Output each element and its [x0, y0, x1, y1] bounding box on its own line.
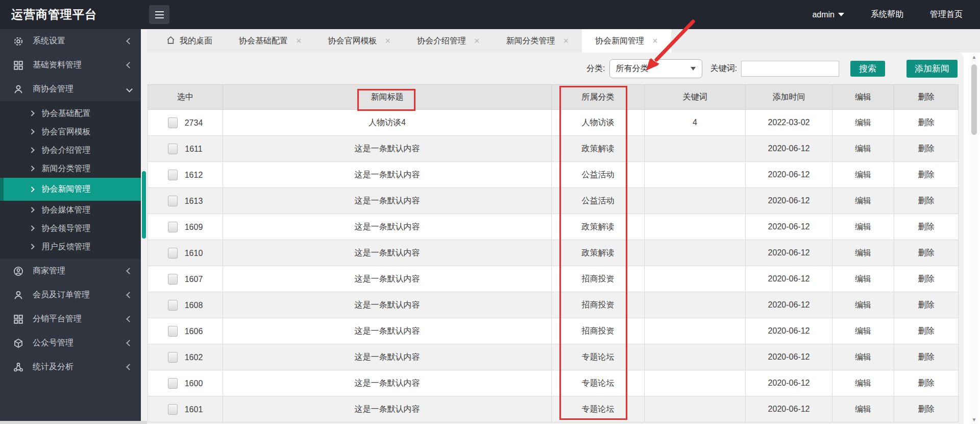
sidebar-subitem-assoc-site-template[interactable]: 协会官网模板 — [0, 123, 141, 141]
sidebar-subitem-assoc-basic-config[interactable]: 协会基础配置 — [0, 104, 141, 123]
tab-news-category-mgmt[interactable]: 新闻分类管理 × — [493, 29, 582, 53]
table-row: 1606 这是一条默认内容 招商投资 2020-06-12 编辑 删除 — [148, 318, 959, 344]
delete-link[interactable]: 删除 — [918, 352, 935, 361]
delete-link[interactable]: 删除 — [918, 300, 935, 309]
edit-link[interactable]: 编辑 — [855, 248, 871, 257]
sidebar-item-association-mgmt[interactable]: 商协会管理 — [0, 77, 141, 101]
edit-link[interactable]: 编辑 — [855, 170, 871, 179]
sidebar-item-basic-data[interactable]: 基础资料管理 — [0, 53, 141, 77]
delete-link[interactable]: 删除 — [918, 405, 935, 413]
sidebar-item-merchant-mgmt[interactable]: 商家管理 — [0, 259, 141, 283]
home-icon — [166, 36, 175, 46]
delete-link[interactable]: 删除 — [918, 196, 935, 205]
row-checkbox[interactable] — [168, 144, 178, 154]
sidebar-item-statistics[interactable]: 统计及分析 — [0, 355, 141, 379]
row-checkbox[interactable] — [168, 248, 178, 258]
close-icon[interactable]: × — [564, 36, 569, 45]
row-keyword — [645, 292, 746, 318]
sidebar-subitem-assoc-intro-mgmt[interactable]: 协会介绍管理 — [0, 141, 141, 159]
close-icon[interactable]: × — [296, 36, 302, 45]
row-category: 政策解读 — [552, 214, 645, 240]
edit-link[interactable]: 编辑 — [855, 379, 871, 387]
edit-link[interactable]: 编辑 — [855, 326, 871, 335]
delete-link[interactable]: 删除 — [918, 222, 935, 231]
tab-my-desktop[interactable]: 我的桌面 — [153, 29, 226, 53]
sidebar-toggle-button[interactable] — [149, 5, 169, 24]
edit-link[interactable]: 编辑 — [855, 274, 871, 283]
tab-assoc-intro-mgmt[interactable]: 协会介绍管理 × — [404, 29, 493, 53]
edit-link[interactable]: 编辑 — [855, 300, 871, 309]
subitem-label: 新闻分类管理 — [42, 163, 91, 174]
grid-icon — [13, 314, 23, 324]
scrollbar-thumb[interactable] — [971, 64, 977, 135]
row-checkbox[interactable] — [168, 170, 178, 180]
row-checkbox[interactable] — [168, 274, 178, 285]
grid-icon — [13, 60, 23, 70]
row-keyword — [645, 370, 746, 396]
row-checkbox[interactable] — [168, 352, 178, 363]
close-icon[interactable]: × — [385, 36, 391, 45]
scroll-down-icon[interactable]: ▼ — [972, 416, 977, 424]
tab-assoc-news-mgmt[interactable]: 协会新闻管理 × — [582, 29, 671, 53]
add-news-button[interactable]: 添加新闻 — [906, 60, 958, 78]
close-icon[interactable]: × — [652, 36, 658, 45]
tab-assoc-basic-config[interactable]: 协会基础配置 × — [226, 29, 315, 53]
sidebar-subitem-news-category-mgmt[interactable]: 新闻分类管理 — [0, 159, 141, 178]
sidebar-item-label: 公众号管理 — [33, 338, 74, 348]
link-system-help[interactable]: 系统帮助 — [871, 9, 903, 20]
sidebar-subitem-assoc-media-mgmt[interactable]: 协会媒体管理 — [0, 201, 141, 219]
table-row: 2734 人物访谈4 人物访谈 4 2022-03-02 编辑 删除 — [148, 110, 959, 136]
keyword-input[interactable] — [741, 61, 839, 77]
delete-link[interactable]: 删除 — [918, 118, 935, 127]
row-keyword — [645, 344, 746, 370]
sidebar-item-member-order-mgmt[interactable]: 会员及订单管理 — [0, 283, 141, 307]
row-title: 这是一条默认内容 — [223, 344, 552, 370]
delete-link[interactable]: 删除 — [918, 248, 935, 257]
row-date: 2022-03-02 — [746, 110, 832, 136]
edit-link[interactable]: 编辑 — [855, 405, 871, 413]
scroll-up-icon[interactable]: ▲ — [972, 53, 977, 61]
sidebar-item-distribution-mgmt[interactable]: 分销平台管理 — [0, 307, 141, 331]
row-checkbox[interactable] — [168, 117, 178, 128]
row-id: 1600 — [185, 379, 203, 387]
edit-link[interactable]: 编辑 — [855, 144, 871, 153]
user-menu[interactable]: admin — [812, 10, 844, 19]
delete-link[interactable]: 删除 — [918, 379, 935, 387]
row-date: 2020-06-12 — [746, 214, 832, 240]
edit-link[interactable]: 编辑 — [855, 118, 871, 127]
row-checkbox[interactable] — [168, 378, 178, 389]
association-submenu: 协会基础配置 协会官网模板 协会介绍管理 新闻分类管理 协会新闻管理 协会媒体管… — [0, 101, 141, 259]
sidebar-item-system-settings[interactable]: 系统设置 — [0, 29, 141, 53]
row-checkbox[interactable] — [168, 196, 178, 206]
tab-assoc-site-template[interactable]: 协会官网模板 × — [315, 29, 404, 53]
table-header-row: 选中 新闻标题 所属分类 关键词 添加时间 编辑 删除 — [148, 85, 959, 110]
delete-link[interactable]: 删除 — [918, 144, 935, 153]
tab-label: 协会基础配置 — [239, 36, 288, 46]
subitem-label: 协会领导管理 — [42, 223, 91, 234]
close-icon[interactable]: × — [474, 36, 480, 45]
vertical-scrollbar[interactable]: ▲ ▼ — [970, 53, 978, 424]
sidebar-item-official-account-mgmt[interactable]: 公众号管理 — [0, 331, 141, 355]
table-row: 1607 这是一条默认内容 招商投资 2020-06-12 编辑 删除 — [148, 266, 959, 292]
link-admin-home[interactable]: 管理首页 — [930, 9, 963, 20]
sidebar-scrollbar-thumb[interactable] — [142, 171, 146, 239]
row-checkbox[interactable] — [168, 300, 178, 311]
delete-link[interactable]: 删除 — [918, 326, 935, 335]
category-select[interactable]: 所有分类 — [609, 59, 702, 78]
chevron-down-icon — [691, 67, 696, 70]
edit-link[interactable]: 编辑 — [855, 196, 871, 205]
row-category: 专题论坛 — [552, 396, 645, 422]
sidebar-subitem-assoc-leader-mgmt[interactable]: 协会领导管理 — [0, 219, 141, 238]
row-checkbox[interactable] — [168, 222, 178, 232]
search-button[interactable]: 搜索 — [850, 61, 885, 77]
delete-link[interactable]: 删除 — [918, 170, 935, 179]
edit-link[interactable]: 编辑 — [855, 352, 871, 361]
sidebar-scrollbar[interactable] — [141, 29, 147, 424]
row-checkbox[interactable] — [168, 326, 178, 337]
edit-link[interactable]: 编辑 — [855, 222, 871, 231]
delete-link[interactable]: 删除 — [918, 274, 935, 283]
sidebar-subitem-user-feedback-mgmt[interactable]: 用户反馈管理 — [0, 238, 141, 256]
col-header-select: 选中 — [148, 85, 223, 110]
row-checkbox[interactable] — [168, 404, 178, 415]
sidebar-subitem-assoc-news-mgmt[interactable]: 协会新闻管理 — [0, 178, 141, 201]
